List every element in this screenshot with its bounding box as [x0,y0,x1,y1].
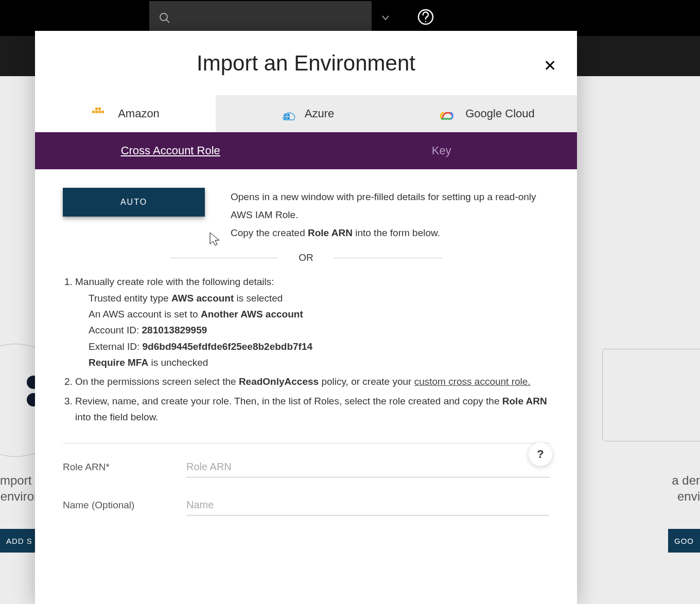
svg-rect-11 [287,114,290,116]
custom-role-link[interactable]: custom cross account role. [414,376,531,387]
svg-rect-5 [98,108,101,110]
s3-b: Role ARN [502,396,547,406]
s1c-b: 281013829959 [142,325,207,335]
name-input[interactable] [186,495,549,516]
step-1e: Require MFA is unchecked [89,354,549,370]
close-icon[interactable]: ✕ [544,57,556,75]
role-arn-input[interactable] [186,457,549,477]
s1d-pre: External ID: [89,341,143,352]
svg-rect-10 [284,114,287,116]
s1a-b: AWS account [171,293,234,304]
s1a-pre: Trusted entity type [89,293,171,304]
step-1d: External ID: 9d6bd9445efdfde6f25ee8b2ebd… [89,339,549,354]
svg-rect-4 [95,108,98,110]
background-text-3: a der [672,473,700,487]
background-panel-right [602,349,700,441]
help-icon[interactable] [417,8,434,28]
search-icon [159,12,171,24]
step-1b: An AWS account is set to Another AWS acc… [89,306,549,322]
auto-description: Opens in a new window with pre-filled de… [231,188,549,242]
tab-cross-account-role-label: Cross Account Role [121,144,220,157]
tab-google-cloud-label: Google Cloud [465,107,535,120]
role-arn-label: Role ARN* [63,461,155,473]
s1b-b: Another AWS account [201,309,303,319]
name-label: Name (Optional) [63,500,155,511]
tab-cross-account-role[interactable]: Cross Account Role [35,132,306,169]
auto-d2a: Copy the created [231,227,308,238]
background-add-button[interactable]: ADD S [0,529,39,553]
s1c-pre: Account ID: [89,325,142,335]
auto-d2c: into the form below. [353,227,440,238]
svg-line-1 [166,20,169,23]
s2-b: ReadOnlyAccess [239,376,319,387]
azure-icon [278,108,294,120]
s1a-post: is selected [234,293,283,304]
or-separator: OR [136,252,476,263]
background-text-right: a der envi [672,472,700,504]
step-1: Manually create role with the following … [75,274,549,370]
or-label: OR [299,252,313,263]
s1b-pre: An AWS account is set to [89,309,201,319]
step-3: Review, name, and create your role. Then… [75,393,549,425]
svg-rect-12 [284,117,287,119]
background-google-button[interactable]: GOO [668,529,700,553]
s2-pre: On the permissions screen select the [75,376,239,387]
modal-header: Import an Environment ✕ [35,31,577,95]
step-2: On the permissions screen select the Rea… [75,374,549,389]
tab-google-cloud[interactable]: Google Cloud [396,95,577,132]
svg-rect-13 [287,117,290,119]
step-1-lead: Manually create role with the following … [75,276,274,287]
or-line-right [334,258,442,258]
auto-description-1: Opens in a new window with pre-filled de… [231,188,549,224]
google-cloud-icon [439,108,455,120]
svg-rect-6 [92,111,95,113]
tab-amazon-label: Amazon [118,107,160,120]
search-input[interactable] [177,1,372,35]
s1e-b: Require MFA [89,357,148,368]
background-text-4: envi [677,489,700,503]
tab-key[interactable]: Key [306,132,577,169]
provider-tabs: Amazon Azure Google Cloud [35,95,577,132]
chevron-down-icon[interactable] [382,13,389,23]
field-row-role-arn: Role ARN* ? [63,457,549,477]
s2-mid: policy, or create your [319,376,414,387]
step-1c: Account ID: 281013829959 [89,322,549,338]
tab-azure[interactable]: Azure [216,95,396,132]
s1e-post: is unchecked [148,357,208,368]
auth-method-tabs: Cross Account Role Key [35,132,577,169]
auto-button[interactable]: AUTO [63,188,205,217]
svg-rect-7 [95,111,98,113]
field-row-name: Name (Optional) [63,495,549,516]
svg-point-0 [160,13,167,21]
svg-point-3 [425,21,426,22]
s1d-b: 9d6bd9445efdfde6f25ee8b2ebdb7f14 [143,341,313,352]
svg-rect-9 [101,111,104,113]
tab-azure-label: Azure [305,107,334,120]
steps-list: Manually create role with the following … [63,274,549,425]
tab-amazon[interactable]: Amazon [35,95,216,132]
auto-d2b: Role ARN [308,227,353,238]
auto-description-2: Copy the created Role ARN into the form … [231,224,549,242]
divider [63,443,549,443]
modal-content: AUTO Opens in a new window with pre-fill… [35,169,577,604]
s3-post: into the field below. [75,412,159,422]
step-1a: Trusted entity type AWS account is selec… [89,290,549,306]
amazon-icon [91,108,108,120]
auto-row: AUTO Opens in a new window with pre-fill… [63,188,549,242]
help-badge[interactable]: ? [529,442,552,466]
s3-pre: Review, name, and create your role. Then… [75,396,502,406]
tab-key-label: Key [432,144,451,157]
modal-title: Import an Environment [197,51,415,76]
svg-rect-8 [98,111,101,113]
search-input-container[interactable] [149,1,372,35]
import-environment-modal: Import an Environment ✕ Amazon Azure Goo… [35,31,577,604]
or-line-left [170,258,278,258]
